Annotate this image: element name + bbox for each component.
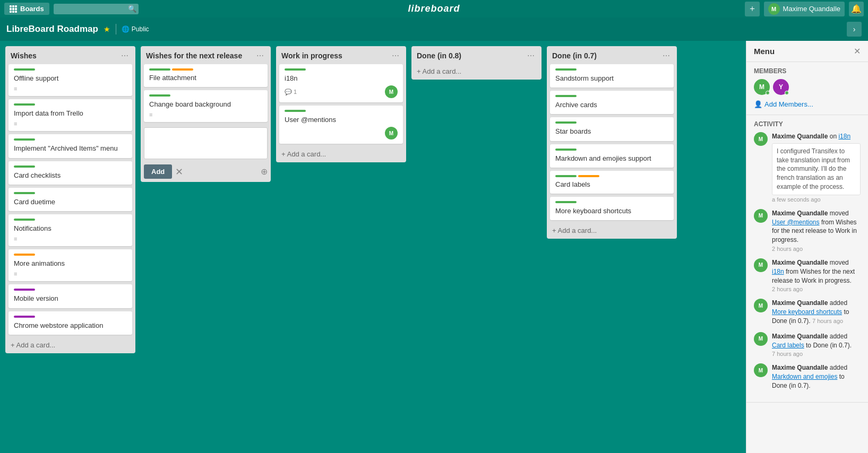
card-archive-cards[interactable]: Archive cards — [550, 91, 674, 114]
card-change-background[interactable]: Change board background ≡ — [144, 90, 268, 122]
card-archived-items[interactable]: Implement "Archived Items" menu — [8, 134, 132, 158]
search-input[interactable] — [54, 4, 139, 14]
online-indicator — [766, 91, 770, 95]
list-cards-wishes: Offline support ≡ Import data from Trell… — [5, 64, 135, 338]
activity-link-3[interactable]: i18n — [772, 268, 784, 275]
app-title: libreboard — [408, 3, 460, 14]
activity-link-5[interactable]: Card labels — [772, 342, 804, 349]
card-duetime[interactable]: Card duetime — [8, 188, 132, 211]
card-bar-orange — [172, 68, 193, 71]
list-header-wishes: Wishes ⋯ — [5, 46, 135, 64]
card-bar — [149, 94, 170, 97]
card-bar — [555, 121, 577, 124]
boards-label: Boards — [20, 5, 44, 13]
list-wishes-next: Wishes for the next release ⋯ File attac… — [141, 46, 271, 182]
activity-avatar-6: M — [754, 363, 768, 377]
card-more-animations[interactable]: More animations ≡ — [8, 249, 132, 281]
card-bar — [555, 95, 577, 97]
add-members-button[interactable]: 👤 Add Members... — [754, 99, 813, 109]
card-card-labels[interactable]: Card labels — [550, 171, 674, 194]
card-star-boards[interactable]: Star boards — [550, 117, 674, 141]
member-avatar-m[interactable]: M — [754, 79, 770, 95]
card-file-attachment[interactable]: File attachment — [144, 64, 268, 87]
card-avatar-m2: M — [385, 127, 398, 140]
activity-text-5: Maxime Quandalle added Card labels to Do… — [772, 332, 861, 350]
card-import-trello[interactable]: Import data from Trello ≡ — [8, 99, 132, 131]
board-title: LibreBoard Roadmap — [6, 24, 98, 34]
card-markdown[interactable]: Markdown and emojies support — [550, 144, 674, 168]
user-menu-button[interactable]: M Maxime Quandalle — [764, 2, 845, 16]
activity-item-6: M Maxime Quandalle added Markdown and em… — [754, 363, 861, 390]
sidebar-members-section: Members M Y 👤 Add Members... — [746, 62, 868, 115]
globe-icon: 🌐 — [122, 25, 130, 33]
activity-time-1: a few seconds ago — [772, 196, 861, 203]
list-cards-wishes-next: File attachment Change board background … — [141, 64, 271, 125]
card-notifications[interactable]: Notifications ≡ — [8, 214, 132, 246]
activity-time-2: 2 hours ago — [772, 246, 861, 252]
board-header-right: › — [847, 22, 862, 37]
card-user-mentions[interactable]: User @mentions M — [279, 106, 403, 144]
members-section-title: Members — [754, 67, 861, 75]
list-menu-btn-done08[interactable]: ⋯ — [526, 50, 536, 61]
list-menu-btn-wip[interactable]: ⋯ — [390, 50, 401, 61]
list-menu-btn-done07[interactable]: ⋯ — [661, 50, 672, 61]
activity-text-1: Maxime Quandalle on i18n — [772, 132, 861, 141]
members-row: M Y — [754, 79, 861, 95]
activity-link-2[interactable]: User @mentions — [772, 219, 820, 226]
add-card-submit-btn[interactable]: Add — [144, 164, 172, 179]
activity-avatar-2: M — [754, 209, 768, 223]
star-icon[interactable]: ★ — [104, 25, 110, 33]
app-header: Boards 🔍 libreboard ＋ M Maxime Quandalle… — [0, 0, 868, 18]
list-menu-btn-wishes[interactable]: ⋯ — [119, 50, 130, 61]
add-card-btn-done07[interactable]: + Add a card... — [547, 223, 677, 239]
card-bar — [555, 68, 577, 71]
card-sandstorm-support[interactable]: Sandstorm support — [550, 64, 674, 88]
list-wishes: Wishes ⋯ Offline support ≡ Import data f… — [5, 46, 135, 353]
sidebar-close-btn[interactable]: ✕ — [854, 46, 861, 56]
card-bar — [285, 68, 306, 71]
activity-link-4[interactable]: More keyboard shortcuts — [772, 308, 842, 316]
member-avatar-y[interactable]: Y — [773, 79, 789, 95]
user-name: Maxime Quandalle — [783, 5, 840, 13]
add-card-btn-done08[interactable]: + Add a card... — [411, 64, 542, 80]
card-keyboard-shortcuts[interactable]: More keyboard shortcuts — [550, 197, 674, 220]
card-bars — [149, 68, 262, 71]
list-header-wishes-next: Wishes for the next release ⋯ — [141, 46, 271, 64]
add-card-cancel-btn[interactable]: ✕ — [175, 166, 183, 178]
card-offline-support[interactable]: Offline support ≡ — [8, 64, 132, 96]
list-header-done08: Done (in 0.8) ⋯ — [411, 46, 542, 64]
card-mobile-version[interactable]: Mobile version — [8, 284, 132, 308]
add-card-btn-wip[interactable]: + Add a card... — [276, 147, 406, 162]
add-card-textarea[interactable] — [144, 127, 268, 159]
activity-link-1[interactable]: i18n — [838, 133, 850, 140]
activity-time-5: 7 hours ago — [772, 351, 861, 357]
card-meta: 💬 1 M — [285, 85, 398, 98]
menu-toggle-button[interactable]: › — [847, 22, 862, 37]
user-avatar: M — [768, 3, 780, 15]
add-button[interactable]: ＋ — [745, 2, 760, 16]
card-bar — [14, 316, 35, 318]
person-icon: 👤 — [754, 100, 762, 108]
card-checklists[interactable]: Card checklists — [8, 161, 132, 185]
add-card-form: Add ✕ ⊕ — [141, 125, 271, 182]
notifications-button[interactable]: 🔔 — [849, 2, 864, 16]
boards-button[interactable]: Boards — [4, 3, 49, 15]
desc-icon: ≡ — [14, 236, 127, 242]
card-bar — [555, 149, 577, 151]
activity-item-3: M Maxime Quandalle moved i18n from Wishe… — [754, 258, 861, 292]
online-indicator — [785, 91, 789, 95]
card-comment-count: 💬 1 — [285, 89, 297, 95]
card-bar — [14, 289, 35, 291]
activity-link-6[interactable]: Markdown and emojies — [772, 373, 837, 380]
list-menu-btn-wishes-next[interactable]: ⋯ — [255, 50, 265, 61]
card-i18n[interactable]: i18n 💬 1 M — [279, 64, 403, 102]
list-done-07: Done (in 0.7) ⋯ Sandstorm support Archiv… — [547, 46, 677, 239]
list-cards-done07: Sandstorm support Archive cards Star boa… — [547, 64, 677, 223]
card-chrome-webstore[interactable]: Chrome webstore application — [8, 311, 132, 335]
add-card-actions: Add ✕ ⊕ — [144, 164, 268, 179]
add-card-btn-wishes[interactable]: + Add a card... — [5, 338, 135, 353]
card-bar — [285, 110, 306, 112]
desc-icon: ≡ — [149, 111, 262, 118]
card-meta: M — [285, 127, 398, 140]
add-card-options-btn[interactable]: ⊕ — [261, 167, 268, 177]
